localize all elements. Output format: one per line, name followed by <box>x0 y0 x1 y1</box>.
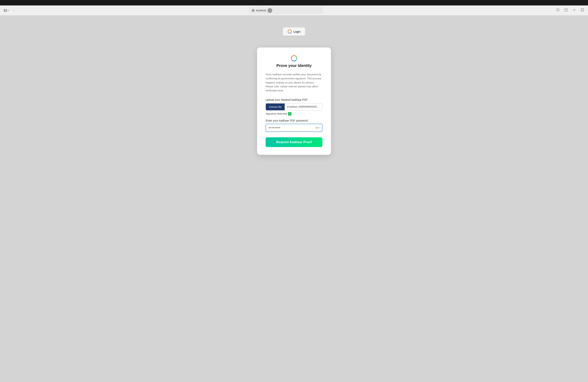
share-button[interactable] <box>564 7 568 13</box>
modal-description: Anon Aadhaar securely verifies your docu… <box>266 73 322 93</box>
plus-icon <box>572 8 576 12</box>
choose-file-button[interactable]: Choose file <box>266 104 285 110</box>
tabs-overview-button[interactable] <box>580 7 585 13</box>
more-dots: ··· <box>269 9 271 11</box>
file-upload-container: Choose file EAadhaar_0000006868292520201… <box>266 103 322 110</box>
modal-title: Prove your Identity <box>276 64 312 68</box>
browser-toolbar: localhost ··· <box>0 5 588 16</box>
svg-point-10 <box>315 127 317 128</box>
back-button[interactable] <box>12 8 16 13</box>
browser-nav-icons <box>3 8 16 13</box>
sidebar-icon <box>4 9 7 12</box>
svg-rect-2 <box>5 10 7 11</box>
browser-right-icons <box>555 7 585 13</box>
password-label: Enter your Aadhaar PDF password <box>266 119 322 122</box>
signature-detected-label: Signature detected <box>266 112 287 115</box>
login-nav-label: Login <box>294 30 301 33</box>
download-button[interactable] <box>555 7 560 13</box>
browser-top-bar <box>0 0 588 5</box>
file-name-display: EAadhaar_00000068682925202011231400 <box>285 104 322 110</box>
signature-checkmark-icon: ✓ <box>288 112 292 116</box>
password-input[interactable] <box>266 124 322 132</box>
address-bar-container: localhost ··· <box>18 7 553 14</box>
chevron-down-icon <box>319 127 320 128</box>
sidebar-toggle-button[interactable] <box>3 8 10 13</box>
lock-icon <box>252 9 254 12</box>
modal-logo-icon <box>291 55 297 62</box>
back-icon <box>12 9 15 12</box>
chevron-down-icon <box>7 10 9 11</box>
password-input-wrapper <box>266 124 322 132</box>
tabs-icon <box>581 8 584 12</box>
modal-card: Prove your Identity Anon Aadhaar securel… <box>257 47 331 155</box>
svg-rect-5 <box>252 10 254 11</box>
svg-rect-1 <box>5 9 7 10</box>
modal-header: Prove your Identity <box>266 55 322 68</box>
key-icon <box>315 127 318 129</box>
request-proof-button[interactable]: Request Aadhaar Proof <box>266 137 322 147</box>
svg-rect-3 <box>5 11 7 12</box>
login-nav-button[interactable]: Login <box>283 27 305 36</box>
download-icon <box>556 8 560 12</box>
page-content: Login Prove your Identity Anon Aadhaar s… <box>0 16 588 382</box>
svg-rect-9 <box>581 9 583 11</box>
app-logo-icon <box>288 29 292 34</box>
new-tab-button[interactable] <box>572 7 577 13</box>
share-icon <box>564 8 568 12</box>
signature-status: Signature detected ✓ <box>266 112 322 116</box>
address-bar-more-btn[interactable]: ··· <box>268 8 272 13</box>
address-text: localhost <box>256 9 266 12</box>
password-toggle-button[interactable] <box>315 127 320 129</box>
svg-rect-0 <box>4 9 5 12</box>
address-bar[interactable]: localhost ··· <box>249 7 323 14</box>
upload-section-label: Upload your Masked Aadhaar PDF <box>266 98 322 101</box>
